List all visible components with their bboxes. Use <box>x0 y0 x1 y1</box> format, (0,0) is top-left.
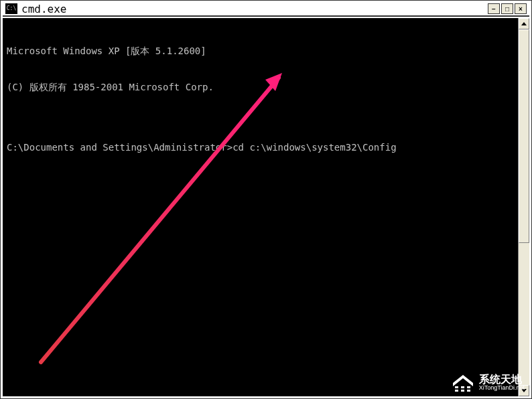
chevron-up-icon <box>521 22 527 25</box>
minimize-button[interactable]: − <box>488 3 500 14</box>
svg-rect-7 <box>467 390 470 392</box>
cmd-icon-text: C:\ <box>7 6 16 11</box>
console-line-copyright: (C) 版权所有 1985-2001 Microsoft Corp. <box>7 81 514 93</box>
svg-rect-3 <box>455 390 458 392</box>
close-icon: × <box>519 5 523 13</box>
svg-rect-2 <box>455 386 458 388</box>
scroll-track[interactable] <box>519 29 529 385</box>
console-typed-command: cd c:\windows\system32\Config <box>232 142 396 153</box>
console-line-command: C:\Documents and Settings\Administrator>… <box>7 141 514 153</box>
console-area: Microsoft Windows XP [版本 5.1.2600] (C) 版… <box>3 18 529 396</box>
vertical-scrollbar[interactable] <box>518 18 529 396</box>
cmd-icon: C:\ <box>5 3 17 14</box>
scroll-thumb[interactable] <box>519 29 529 243</box>
watermark-logo-icon <box>450 372 476 393</box>
watermark-title: 系统天地 <box>479 374 525 385</box>
console-line-version: Microsoft Windows XP [版本 5.1.2600] <box>7 45 514 57</box>
window-title: cmd.exe <box>21 3 488 15</box>
svg-rect-5 <box>461 390 464 392</box>
console-prompt: C:\Documents and Settings\Administrator> <box>7 142 232 153</box>
console-content[interactable]: Microsoft Windows XP [版本 5.1.2600] (C) 版… <box>3 18 518 396</box>
svg-rect-6 <box>467 386 470 388</box>
watermark-text: 系统天地 XiTongTianDi.net <box>479 374 525 391</box>
close-button[interactable]: × <box>515 3 527 14</box>
watermark: 系统天地 XiTongTianDi.net <box>450 372 525 393</box>
window-controls: − □ × <box>488 3 527 14</box>
scroll-up-button[interactable] <box>519 18 529 29</box>
maximize-button[interactable]: □ <box>501 3 513 14</box>
watermark-url: XiTongTianDi.net <box>479 385 525 391</box>
window-frame: C:\ cmd.exe − □ × Microsoft Windows XP [… <box>0 0 532 399</box>
minimize-icon: − <box>492 5 496 13</box>
svg-rect-4 <box>461 386 464 388</box>
titlebar[interactable]: C:\ cmd.exe − □ × <box>3 2 529 17</box>
maximize-icon: □ <box>505 5 509 13</box>
